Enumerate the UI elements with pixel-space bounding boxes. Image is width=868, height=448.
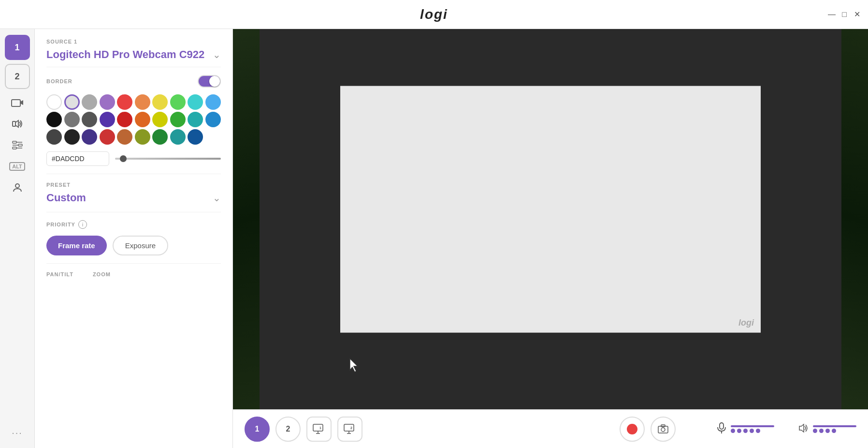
mic-section (716, 422, 774, 436)
color-swatch-darkgray[interactable] (82, 112, 97, 127)
opacity-slider[interactable] (115, 158, 221, 160)
mic-icon[interactable] (716, 422, 727, 436)
color-swatch-purple[interactable] (100, 94, 115, 110)
color-swatch-gray[interactable] (82, 94, 97, 110)
border-section: BORDER (35, 67, 232, 174)
color-swatch-darkcyan[interactable] (170, 129, 186, 145)
color-swatch-forest[interactable] (152, 129, 168, 145)
color-swatch-light[interactable] (64, 94, 80, 110)
left-sidebar: 1 2 ALT (0, 29, 35, 448)
svg-text:1: 1 (319, 426, 321, 430)
minimize-button[interactable]: — (828, 11, 835, 18)
color-grid (46, 94, 221, 145)
preview-background: logi (233, 29, 868, 409)
slider-thumb (120, 155, 127, 162)
svg-rect-10 (313, 424, 323, 431)
volume-section (797, 423, 856, 435)
color-swatch-red[interactable] (117, 94, 132, 110)
color-swatch-crimson[interactable] (100, 129, 115, 145)
svg-marker-23 (799, 424, 804, 432)
priority-label: PRIORITY (46, 222, 75, 227)
color-swatch-teal[interactable] (188, 94, 203, 110)
color-swatch-black[interactable] (46, 112, 62, 127)
svg-point-19 (661, 428, 665, 432)
color-input-row: #DADCDD (46, 151, 221, 166)
color-swatch-transparent[interactable] (46, 94, 62, 110)
preset-dropdown-button[interactable]: ⌄ (213, 192, 221, 204)
sidebar-item-camera[interactable] (5, 93, 30, 112)
border-toggle[interactable] (198, 75, 221, 88)
toolbar-source2-button[interactable]: 2 (275, 417, 301, 442)
svg-rect-0 (12, 100, 20, 106)
toolbar-screenshot-button[interactable] (651, 417, 676, 442)
color-swatch-blue[interactable] (205, 112, 221, 127)
sidebar-item-source1[interactable]: 1 (5, 35, 30, 60)
toolbar-source1-button[interactable]: 1 (245, 417, 270, 442)
sidebar-item-source2[interactable]: 2 (5, 64, 30, 89)
color-swatch-sienna[interactable] (117, 129, 132, 145)
ptz-section: PAN/TILT ZOOM (35, 264, 232, 281)
volume-level-indicator (813, 425, 856, 433)
svg-point-9 (15, 184, 19, 188)
preview-frame: logi (340, 86, 761, 333)
color-swatch-darkteal[interactable] (188, 112, 203, 127)
toggle-knob (209, 76, 220, 87)
preset-value: Custom (46, 192, 213, 204)
svg-text:2: 2 (350, 426, 352, 430)
priority-framerate-button[interactable]: Frame rate (46, 236, 107, 255)
device-name: Logitech HD Pro Webcam C922 (46, 48, 213, 61)
zoom-label: ZOOM (93, 271, 111, 277)
color-hex-input[interactable]: #DADCDD (46, 151, 109, 166)
vol-slider-bar[interactable] (813, 425, 856, 427)
sidebar-item-profile[interactable] (5, 178, 30, 197)
priority-exposure-button[interactable]: Exposure (113, 236, 168, 255)
bottom-toolbar: 1 2 1 2 (233, 409, 868, 448)
source-section-label: SOURCE 1 (46, 39, 221, 45)
volume-icon[interactable] (797, 423, 809, 435)
color-swatch-yellow[interactable] (152, 94, 168, 110)
sidebar-item-audio[interactable] (5, 114, 30, 134)
close-button[interactable]: ✕ (854, 11, 860, 18)
color-swatch-lightgreen[interactable] (170, 94, 186, 110)
color-swatch-darkred[interactable] (117, 112, 132, 127)
color-swatch-lightblue[interactable] (205, 94, 221, 110)
sidebar-item-more[interactable]: ··· (5, 423, 30, 442)
border-section-header: BORDER (46, 75, 221, 88)
svg-rect-5 (13, 147, 16, 149)
toolbar-monitor1-button[interactable]: 1 (306, 417, 332, 442)
source-section: SOURCE 1 Logitech HD Pro Webcam C922 ⌄ (35, 29, 232, 67)
color-swatch-navy[interactable] (188, 129, 203, 145)
window-controls: — □ ✕ (828, 11, 860, 18)
toolbar-monitor2-button[interactable]: 2 (337, 417, 362, 442)
mic-slider-bar[interactable] (731, 425, 774, 427)
color-swatch-charcoal[interactable] (46, 129, 62, 145)
svg-rect-18 (658, 426, 668, 433)
color-swatch-midgray[interactable] (64, 112, 80, 127)
sidebar-item-settings[interactable] (5, 135, 30, 155)
color-swatch-nearblack[interactable] (64, 129, 80, 145)
color-swatch-green[interactable] (170, 112, 186, 127)
preset-row: Custom ⌄ (46, 192, 221, 204)
app-logo: logi (420, 7, 448, 22)
main-panel: SOURCE 1 Logitech HD Pro Webcam C922 ⌄ B… (35, 29, 233, 448)
svg-rect-3 (13, 141, 16, 143)
color-swatch-orange[interactable] (135, 94, 150, 110)
color-swatch-darkorange[interactable] (135, 112, 150, 127)
priority-header: PRIORITY i (46, 220, 221, 229)
color-swatch-olive[interactable] (135, 129, 150, 145)
svg-rect-4 (18, 144, 22, 146)
sidebar-item-alt[interactable]: ALT (5, 157, 30, 176)
device-dropdown-button[interactable]: ⌄ (213, 49, 221, 60)
color-swatch-empty2 (205, 129, 221, 145)
priority-info-icon[interactable]: i (78, 220, 87, 229)
preview-bg-right (841, 29, 868, 409)
preset-label: PRESET (46, 182, 221, 188)
color-swatch-darkpurple[interactable] (100, 112, 115, 127)
svg-rect-14 (344, 424, 354, 431)
color-swatch-darkyellow[interactable] (152, 112, 168, 127)
color-swatch-indigo[interactable] (82, 129, 97, 145)
device-row: Logitech HD Pro Webcam C922 ⌄ (46, 48, 221, 61)
mic-level-indicator (731, 425, 774, 433)
toolbar-record-button[interactable] (620, 417, 645, 442)
maximize-button[interactable]: □ (841, 11, 848, 18)
